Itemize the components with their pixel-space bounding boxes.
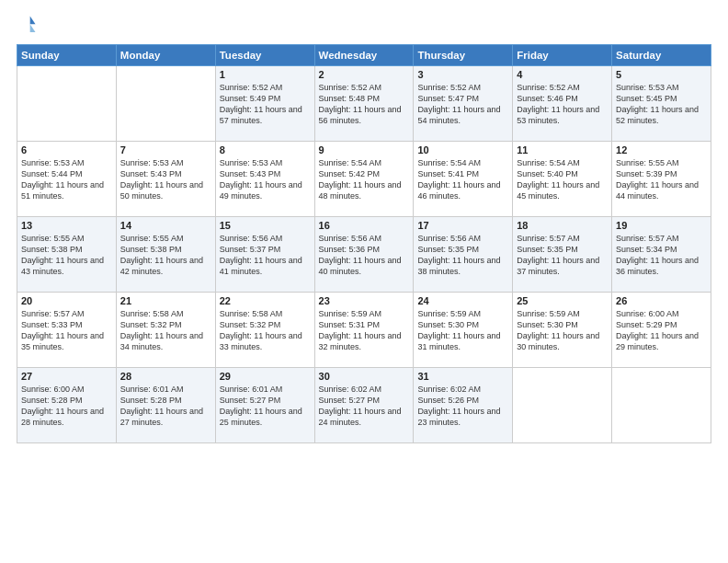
day-cell: 16Sunrise: 5:56 AMSunset: 5:36 PMDayligh… — [314, 217, 414, 293]
calendar-table: SundayMondayTuesdayWednesdayThursdayFrid… — [17, 44, 711, 443]
day-cell: 25Sunrise: 5:59 AMSunset: 5:30 PMDayligh… — [513, 293, 612, 368]
day-number: 28 — [120, 371, 211, 382]
day-cell — [513, 368, 612, 443]
day-info: Sunrise: 5:52 AMSunset: 5:49 PMDaylight:… — [220, 82, 311, 127]
day-info: Sunrise: 6:02 AMSunset: 5:27 PMDaylight:… — [319, 384, 410, 429]
day-info: Sunrise: 5:52 AMSunset: 5:48 PMDaylight:… — [319, 82, 410, 127]
day-number: 9 — [319, 144, 410, 155]
day-cell — [612, 368, 711, 443]
day-info: Sunrise: 6:02 AMSunset: 5:26 PMDaylight:… — [417, 384, 508, 429]
day-number: 8 — [220, 144, 311, 155]
day-number: 7 — [120, 144, 211, 155]
header — [17, 15, 711, 35]
day-info: Sunrise: 5:56 AMSunset: 5:36 PMDaylight:… — [319, 233, 410, 278]
day-info: Sunrise: 5:53 AMSunset: 5:43 PMDaylight:… — [220, 157, 311, 202]
day-info: Sunrise: 5:53 AMSunset: 5:44 PMDaylight:… — [21, 157, 112, 202]
day-cell: 29Sunrise: 6:01 AMSunset: 5:27 PMDayligh… — [215, 368, 314, 443]
header-cell-sunday: Sunday — [17, 45, 117, 66]
week-row-1: 6Sunrise: 5:53 AMSunset: 5:44 PMDaylight… — [17, 142, 711, 217]
day-cell: 30Sunrise: 6:02 AMSunset: 5:27 PMDayligh… — [314, 368, 414, 443]
day-number: 14 — [120, 220, 211, 231]
header-cell-saturday: Saturday — [612, 45, 711, 66]
day-info: Sunrise: 5:57 AMSunset: 5:33 PMDaylight:… — [21, 308, 112, 353]
day-cell: 15Sunrise: 5:56 AMSunset: 5:37 PMDayligh… — [215, 217, 314, 293]
day-info: Sunrise: 5:59 AMSunset: 5:30 PMDaylight:… — [517, 308, 608, 353]
day-cell: 3Sunrise: 5:52 AMSunset: 5:47 PMDaylight… — [414, 66, 513, 142]
day-number: 31 — [417, 371, 508, 382]
day-number: 27 — [21, 371, 112, 382]
day-number: 20 — [21, 295, 112, 306]
day-number: 10 — [417, 144, 508, 155]
day-info: Sunrise: 5:54 AMSunset: 5:41 PMDaylight:… — [417, 157, 508, 202]
day-number: 23 — [319, 295, 410, 306]
day-cell: 13Sunrise: 5:55 AMSunset: 5:38 PMDayligh… — [17, 217, 117, 293]
day-number: 13 — [21, 220, 112, 231]
day-cell — [116, 66, 215, 142]
day-cell: 14Sunrise: 5:55 AMSunset: 5:38 PMDayligh… — [116, 217, 215, 293]
day-number: 19 — [616, 220, 707, 231]
day-number: 12 — [616, 144, 707, 155]
day-cell: 10Sunrise: 5:54 AMSunset: 5:41 PMDayligh… — [414, 142, 513, 217]
day-number: 1 — [220, 69, 311, 80]
day-cell: 12Sunrise: 5:55 AMSunset: 5:39 PMDayligh… — [612, 142, 711, 217]
day-cell: 22Sunrise: 5:58 AMSunset: 5:32 PMDayligh… — [215, 293, 314, 368]
logo-icon — [17, 15, 37, 35]
day-info: Sunrise: 5:52 AMSunset: 5:46 PMDaylight:… — [517, 82, 608, 127]
day-info: Sunrise: 5:56 AMSunset: 5:37 PMDaylight:… — [220, 233, 311, 278]
day-info: Sunrise: 5:58 AMSunset: 5:32 PMDaylight:… — [220, 308, 311, 353]
day-cell: 17Sunrise: 5:56 AMSunset: 5:35 PMDayligh… — [414, 217, 513, 293]
day-cell: 24Sunrise: 5:59 AMSunset: 5:30 PMDayligh… — [414, 293, 513, 368]
day-number: 6 — [21, 144, 112, 155]
day-info: Sunrise: 5:59 AMSunset: 5:31 PMDaylight:… — [319, 308, 410, 353]
day-info: Sunrise: 5:57 AMSunset: 5:35 PMDaylight:… — [517, 233, 608, 278]
day-cell: 8Sunrise: 5:53 AMSunset: 5:43 PMDaylight… — [215, 142, 314, 217]
day-cell: 6Sunrise: 5:53 AMSunset: 5:44 PMDaylight… — [17, 142, 117, 217]
day-info: Sunrise: 5:56 AMSunset: 5:35 PMDaylight:… — [417, 233, 508, 278]
header-cell-tuesday: Tuesday — [215, 45, 314, 66]
header-cell-thursday: Thursday — [414, 45, 513, 66]
logo — [17, 15, 39, 35]
day-number: 11 — [517, 144, 608, 155]
header-cell-wednesday: Wednesday — [314, 45, 414, 66]
day-info: Sunrise: 5:57 AMSunset: 5:34 PMDaylight:… — [616, 233, 707, 278]
header-cell-monday: Monday — [116, 45, 215, 66]
day-number: 22 — [220, 295, 311, 306]
svg-marker-1 — [30, 24, 36, 32]
day-number: 18 — [517, 220, 608, 231]
day-number: 30 — [319, 371, 410, 382]
day-number: 3 — [417, 69, 508, 80]
day-number: 29 — [220, 371, 311, 382]
day-cell: 27Sunrise: 6:00 AMSunset: 5:28 PMDayligh… — [17, 368, 117, 443]
week-row-3: 20Sunrise: 5:57 AMSunset: 5:33 PMDayligh… — [17, 293, 711, 368]
day-cell: 7Sunrise: 5:53 AMSunset: 5:43 PMDaylight… — [116, 142, 215, 217]
day-cell: 31Sunrise: 6:02 AMSunset: 5:26 PMDayligh… — [414, 368, 513, 443]
day-info: Sunrise: 5:53 AMSunset: 5:43 PMDaylight:… — [120, 157, 211, 202]
day-number: 4 — [517, 69, 608, 80]
day-cell: 5Sunrise: 5:53 AMSunset: 5:45 PMDaylight… — [612, 66, 711, 142]
day-info: Sunrise: 5:53 AMSunset: 5:45 PMDaylight:… — [616, 82, 707, 127]
day-cell: 23Sunrise: 5:59 AMSunset: 5:31 PMDayligh… — [314, 293, 414, 368]
day-cell: 28Sunrise: 6:01 AMSunset: 5:28 PMDayligh… — [116, 368, 215, 443]
day-number: 24 — [417, 295, 508, 306]
day-number: 16 — [319, 220, 410, 231]
day-cell: 18Sunrise: 5:57 AMSunset: 5:35 PMDayligh… — [513, 217, 612, 293]
day-info: Sunrise: 5:58 AMSunset: 5:32 PMDaylight:… — [120, 308, 211, 353]
day-info: Sunrise: 6:00 AMSunset: 5:28 PMDaylight:… — [21, 384, 112, 429]
page: SundayMondayTuesdayWednesdayThursdayFrid… — [0, 0, 728, 453]
day-number: 26 — [616, 295, 707, 306]
day-cell: 20Sunrise: 5:57 AMSunset: 5:33 PMDayligh… — [17, 293, 117, 368]
day-number: 2 — [319, 69, 410, 80]
day-info: Sunrise: 6:01 AMSunset: 5:28 PMDaylight:… — [120, 384, 211, 429]
day-cell: 26Sunrise: 6:00 AMSunset: 5:29 PMDayligh… — [612, 293, 711, 368]
day-number: 21 — [120, 295, 211, 306]
day-cell: 1Sunrise: 5:52 AMSunset: 5:49 PMDaylight… — [215, 66, 314, 142]
day-info: Sunrise: 5:59 AMSunset: 5:30 PMDaylight:… — [417, 308, 508, 353]
day-info: Sunrise: 5:54 AMSunset: 5:40 PMDaylight:… — [517, 157, 608, 202]
day-info: Sunrise: 5:55 AMSunset: 5:39 PMDaylight:… — [616, 157, 707, 202]
day-cell: 11Sunrise: 5:54 AMSunset: 5:40 PMDayligh… — [513, 142, 612, 217]
day-cell: 2Sunrise: 5:52 AMSunset: 5:48 PMDaylight… — [314, 66, 414, 142]
day-cell — [17, 66, 117, 142]
day-cell: 4Sunrise: 5:52 AMSunset: 5:46 PMDaylight… — [513, 66, 612, 142]
day-info: Sunrise: 5:54 AMSunset: 5:42 PMDaylight:… — [319, 157, 410, 202]
day-info: Sunrise: 5:55 AMSunset: 5:38 PMDaylight:… — [120, 233, 211, 278]
